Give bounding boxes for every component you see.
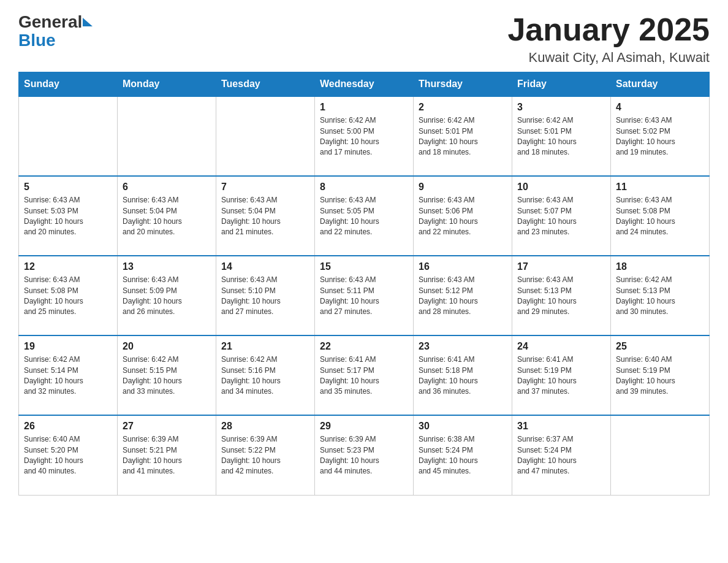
day-info: Sunrise: 6:38 AM Sunset: 5:24 PM Dayligh…: [419, 434, 507, 477]
calendar-cell: 10Sunrise: 6:43 AM Sunset: 5:07 PM Dayli…: [512, 176, 611, 256]
calendar-cell: [118, 96, 216, 176]
day-info: Sunrise: 6:42 AM Sunset: 5:14 PM Dayligh…: [24, 354, 112, 397]
calendar-cell: 25Sunrise: 6:40 AM Sunset: 5:19 PM Dayli…: [611, 335, 710, 415]
day-info: Sunrise: 6:39 AM Sunset: 5:23 PM Dayligh…: [320, 434, 408, 477]
calendar-header-tuesday: Tuesday: [216, 72, 315, 97]
logo-triangle-icon: [83, 18, 93, 26]
calendar-cell: 23Sunrise: 6:41 AM Sunset: 5:18 PM Dayli…: [414, 335, 512, 415]
day-info: Sunrise: 6:42 AM Sunset: 5:13 PM Dayligh…: [616, 275, 704, 318]
day-number: 19: [24, 341, 112, 352]
day-info: Sunrise: 6:40 AM Sunset: 5:20 PM Dayligh…: [24, 434, 112, 477]
day-info: Sunrise: 6:37 AM Sunset: 5:24 PM Dayligh…: [517, 434, 605, 477]
day-number: 13: [123, 261, 211, 272]
month-title: January 2025: [507, 12, 710, 47]
day-info: Sunrise: 6:42 AM Sunset: 5:00 PM Dayligh…: [320, 115, 408, 158]
day-info: Sunrise: 6:39 AM Sunset: 5:21 PM Dayligh…: [123, 434, 211, 477]
calendar-cell: 4Sunrise: 6:43 AM Sunset: 5:02 PM Daylig…: [611, 96, 710, 176]
calendar-cell: 24Sunrise: 6:41 AM Sunset: 5:19 PM Dayli…: [512, 335, 611, 415]
day-info: Sunrise: 6:43 AM Sunset: 5:12 PM Dayligh…: [419, 275, 507, 318]
day-number: 4: [616, 102, 704, 113]
calendar-cell: 29Sunrise: 6:39 AM Sunset: 5:23 PM Dayli…: [315, 415, 414, 495]
day-info: Sunrise: 6:41 AM Sunset: 5:19 PM Dayligh…: [517, 354, 605, 397]
day-info: Sunrise: 6:43 AM Sunset: 5:03 PM Dayligh…: [24, 195, 112, 238]
calendar-cell: 17Sunrise: 6:43 AM Sunset: 5:13 PM Dayli…: [512, 256, 611, 335]
logo: General Blue: [18, 12, 93, 49]
calendar-cell: 27Sunrise: 6:39 AM Sunset: 5:21 PM Dayli…: [118, 415, 216, 495]
calendar-header-thursday: Thursday: [414, 72, 512, 97]
day-number: 31: [517, 421, 605, 432]
calendar-cell: 11Sunrise: 6:43 AM Sunset: 5:08 PM Dayli…: [611, 176, 710, 256]
calendar-week-row: 1Sunrise: 6:42 AM Sunset: 5:00 PM Daylig…: [19, 96, 710, 176]
day-number: 17: [517, 261, 605, 272]
calendar-week-row: 19Sunrise: 6:42 AM Sunset: 5:14 PM Dayli…: [19, 335, 710, 415]
calendar-cell: 3Sunrise: 6:42 AM Sunset: 5:01 PM Daylig…: [512, 96, 611, 176]
calendar-cell: 14Sunrise: 6:43 AM Sunset: 5:10 PM Dayli…: [216, 256, 315, 335]
calendar-cell: 22Sunrise: 6:41 AM Sunset: 5:17 PM Dayli…: [315, 335, 414, 415]
day-number: 22: [320, 341, 408, 352]
day-number: 12: [24, 261, 112, 272]
day-number: 26: [24, 421, 112, 432]
day-number: 21: [221, 341, 309, 352]
calendar-week-row: 5Sunrise: 6:43 AM Sunset: 5:03 PM Daylig…: [19, 176, 710, 256]
day-number: 7: [221, 182, 309, 193]
day-info: Sunrise: 6:42 AM Sunset: 5:01 PM Dayligh…: [517, 115, 605, 158]
day-info: Sunrise: 6:43 AM Sunset: 5:07 PM Dayligh…: [517, 195, 605, 238]
calendar-cell: 5Sunrise: 6:43 AM Sunset: 5:03 PM Daylig…: [19, 176, 118, 256]
day-number: 15: [320, 261, 408, 272]
day-number: 1: [320, 102, 408, 113]
day-info: Sunrise: 6:43 AM Sunset: 5:05 PM Dayligh…: [320, 195, 408, 238]
day-number: 9: [419, 182, 507, 193]
day-info: Sunrise: 6:41 AM Sunset: 5:18 PM Dayligh…: [419, 354, 507, 397]
day-info: Sunrise: 6:41 AM Sunset: 5:17 PM Dayligh…: [320, 354, 408, 397]
day-number: 28: [221, 421, 309, 432]
logo-blue-text: Blue: [18, 32, 93, 49]
day-info: Sunrise: 6:39 AM Sunset: 5:22 PM Dayligh…: [221, 434, 309, 477]
day-number: 8: [320, 182, 408, 193]
day-number: 24: [517, 341, 605, 352]
day-number: 18: [616, 261, 704, 272]
calendar-header-wednesday: Wednesday: [315, 72, 414, 97]
day-info: Sunrise: 6:43 AM Sunset: 5:02 PM Dayligh…: [616, 115, 704, 158]
calendar-cell: 28Sunrise: 6:39 AM Sunset: 5:22 PM Dayli…: [216, 415, 315, 495]
calendar-cell: 13Sunrise: 6:43 AM Sunset: 5:09 PM Dayli…: [118, 256, 216, 335]
logo-general-text: General: [18, 12, 82, 32]
calendar-cell: 2Sunrise: 6:42 AM Sunset: 5:01 PM Daylig…: [414, 96, 512, 176]
calendar-header-friday: Friday: [512, 72, 611, 97]
calendar-cell: 20Sunrise: 6:42 AM Sunset: 5:15 PM Dayli…: [118, 335, 216, 415]
calendar-cell: [216, 96, 315, 176]
calendar-cell: 9Sunrise: 6:43 AM Sunset: 5:06 PM Daylig…: [414, 176, 512, 256]
day-info: Sunrise: 6:43 AM Sunset: 5:10 PM Dayligh…: [221, 275, 309, 318]
day-info: Sunrise: 6:43 AM Sunset: 5:08 PM Dayligh…: [24, 275, 112, 318]
calendar-cell: 6Sunrise: 6:43 AM Sunset: 5:04 PM Daylig…: [118, 176, 216, 256]
calendar-cell: 30Sunrise: 6:38 AM Sunset: 5:24 PM Dayli…: [414, 415, 512, 495]
calendar-cell: 21Sunrise: 6:42 AM Sunset: 5:16 PM Dayli…: [216, 335, 315, 415]
day-number: 2: [419, 102, 507, 113]
day-number: 27: [123, 421, 211, 432]
day-info: Sunrise: 6:40 AM Sunset: 5:19 PM Dayligh…: [616, 354, 704, 397]
day-info: Sunrise: 6:43 AM Sunset: 5:08 PM Dayligh…: [616, 195, 704, 238]
calendar-cell: [611, 415, 710, 495]
calendar-cell: 15Sunrise: 6:43 AM Sunset: 5:11 PM Dayli…: [315, 256, 414, 335]
location-title: Kuwait City, Al Asimah, Kuwait: [507, 50, 710, 66]
title-section: January 2025 Kuwait City, Al Asimah, Kuw…: [507, 12, 710, 66]
calendar-cell: 1Sunrise: 6:42 AM Sunset: 5:00 PM Daylig…: [315, 96, 414, 176]
day-number: 14: [221, 261, 309, 272]
calendar-cell: 19Sunrise: 6:42 AM Sunset: 5:14 PM Dayli…: [19, 335, 118, 415]
calendar-cell: 12Sunrise: 6:43 AM Sunset: 5:08 PM Dayli…: [19, 256, 118, 335]
day-number: 11: [616, 182, 704, 193]
day-info: Sunrise: 6:43 AM Sunset: 5:13 PM Dayligh…: [517, 275, 605, 318]
day-info: Sunrise: 6:43 AM Sunset: 5:04 PM Dayligh…: [221, 195, 309, 238]
calendar-header-saturday: Saturday: [611, 72, 710, 97]
calendar-header-monday: Monday: [118, 72, 216, 97]
calendar-table: SundayMondayTuesdayWednesdayThursdayFrid…: [18, 72, 710, 496]
calendar-week-row: 26Sunrise: 6:40 AM Sunset: 5:20 PM Dayli…: [19, 415, 710, 495]
calendar-week-row: 12Sunrise: 6:43 AM Sunset: 5:08 PM Dayli…: [19, 256, 710, 335]
page-header: General Blue January 2025 Kuwait City, A…: [18, 12, 710, 66]
calendar-cell: 8Sunrise: 6:43 AM Sunset: 5:05 PM Daylig…: [315, 176, 414, 256]
day-number: 10: [517, 182, 605, 193]
calendar-cell: 18Sunrise: 6:42 AM Sunset: 5:13 PM Dayli…: [611, 256, 710, 335]
calendar-header-row: SundayMondayTuesdayWednesdayThursdayFrid…: [19, 72, 710, 97]
day-number: 30: [419, 421, 507, 432]
day-number: 16: [419, 261, 507, 272]
day-info: Sunrise: 6:43 AM Sunset: 5:06 PM Dayligh…: [419, 195, 507, 238]
